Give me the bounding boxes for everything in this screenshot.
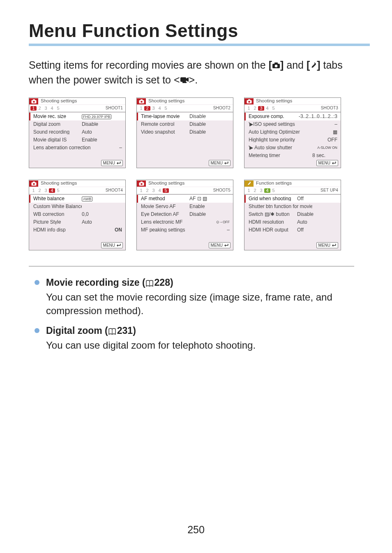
menu-tab[interactable]: 1 [30, 106, 37, 111]
menu-tab-row: 12345SHOOT4 [29, 187, 125, 194]
menu-tab[interactable]: 1 [138, 188, 144, 193]
menu-item-value: AWB [82, 196, 122, 201]
menu-item[interactable]: '▶ISO speed settings– [244, 120, 341, 128]
menu-item[interactable]: Digital zoomDisable [29, 120, 125, 128]
menu-item[interactable]: Auto Lighting Optimizer▦ [244, 128, 341, 136]
svg-rect-9 [141, 99, 143, 100]
menu-tab[interactable]: 3 [258, 106, 264, 111]
menu-item-value: Disable [189, 130, 230, 134]
menu-tab[interactable]: 4 [264, 188, 270, 193]
menu-tab[interactable]: 2 [252, 188, 258, 193]
menu-tab[interactable]: 4 [157, 188, 163, 193]
menu-item-value: ⊙→OFF [189, 220, 230, 224]
menu-item[interactable]: WB correction0,0 [29, 211, 125, 218]
menu-item[interactable]: AF methodAF ⊡ ▧ [137, 195, 233, 203]
menu-header: Shooting settings [29, 180, 125, 187]
menu-item[interactable]: Picture StyleAuto [29, 218, 125, 226]
menu-return-button[interactable]: MENU [209, 160, 231, 166]
menu-item[interactable]: Lens aberration correction– [29, 144, 125, 152]
menu-tab[interactable]: 1 [246, 106, 252, 111]
menu-panel: Shooting settings12345SHOOT3Exposure com… [244, 97, 341, 168]
menu-item-value: Disable [297, 212, 337, 217]
menu-item-value: FHD 29.97P IPB [82, 114, 122, 119]
menu-return-label: MENU [318, 243, 330, 248]
menu-tab[interactable]: 5 [270, 106, 277, 111]
menu-panel: Shooting settings12345SHOOT1Movie rec. s… [29, 97, 126, 168]
menu-tab[interactable]: 5 [163, 188, 169, 193]
svg-point-13 [248, 101, 250, 103]
camera-icon [272, 58, 280, 72]
menu-tab[interactable]: 4 [49, 188, 55, 193]
menu-item-value: -3..2..1..0..1..2..:3 [297, 114, 337, 119]
menu-return-label: MENU [103, 243, 115, 248]
menu-item[interactable]: '▶ Auto slow shutterA-SLOW ON [244, 144, 341, 152]
menu-tab[interactable]: 2 [37, 106, 43, 111]
menu-item[interactable]: Eye Detection AFDisable [137, 211, 233, 218]
menu-tab[interactable]: 4 [49, 106, 55, 111]
menu-item[interactable]: Movie Servo AFEnable [137, 203, 233, 211]
screenshots-grid: Shooting settings12345SHOOT1Movie rec. s… [29, 97, 367, 250]
svg-rect-15 [33, 181, 35, 183]
divider-rule [29, 266, 354, 266]
intro-text-end: >. [189, 74, 198, 86]
menu-item-list: AF methodAF ⊡ ▧Movie Servo AFEnableEye D… [137, 194, 233, 242]
intro-text-mid: and [286, 59, 307, 71]
menu-tab[interactable]: 5 [270, 188, 277, 193]
menu-item[interactable]: Metering timer8 sec. [244, 152, 341, 160]
menu-return-button[interactable]: MENU [101, 242, 123, 248]
menu-tab[interactable]: 3 [150, 106, 157, 111]
menu-item-key: Grid when shooting [249, 196, 297, 201]
menu-tab[interactable]: 3 [43, 106, 49, 111]
menu-item[interactable]: Grid when shootingOff [244, 195, 341, 203]
description-list: Movie recording size (228)You can set th… [29, 277, 357, 352]
menu-item[interactable]: Exposure comp.-3..2..1..0..1..2..:3 [244, 113, 341, 120]
menu-item[interactable]: Custom White Balance [29, 203, 125, 211]
menu-item[interactable]: White balanceAWB [29, 195, 125, 203]
menu-item-value: Disable [82, 122, 122, 127]
menu-item[interactable]: HDMI HDR outputOff [244, 226, 341, 234]
menu-tab[interactable]: 1 [30, 188, 37, 193]
menu-tab[interactable]: 5 [55, 106, 61, 111]
menu-tab[interactable]: 4 [157, 106, 163, 111]
menu-item[interactable]: Lens electronic MF⊙→OFF [137, 218, 233, 226]
menu-tab[interactable]: 5 [163, 106, 169, 111]
menu-tab[interactable]: 2 [37, 188, 43, 193]
menu-return-button[interactable]: MENU [316, 160, 338, 166]
camera-chip-icon [29, 180, 38, 187]
menu-item[interactable]: Switch ▤/✱ buttonDisable [244, 211, 341, 218]
menu-item[interactable]: MF peaking settings– [137, 226, 233, 234]
svg-rect-1 [274, 62, 278, 64]
menu-tab[interactable]: 2 [144, 106, 150, 111]
menu-tab[interactable]: 1 [246, 188, 252, 193]
menu-tab[interactable]: 3 [43, 188, 49, 193]
menu-item[interactable]: Video snapshotDisable [137, 128, 233, 136]
menu-tab[interactable]: 5 [55, 188, 61, 193]
page-ref-icon [108, 326, 116, 338]
menu-item[interactable]: HDMI resolutionAuto [244, 218, 341, 226]
menu-tab[interactable]: 1 [138, 106, 144, 111]
menu-tab[interactable]: 2 [252, 106, 258, 111]
menu-tab[interactable]: 4 [264, 106, 270, 111]
menu-item[interactable]: Movie digital ISEnable [29, 136, 125, 144]
page-number: 250 [0, 524, 392, 536]
menu-item[interactable]: HDMI info dispON [29, 226, 125, 234]
menu-item-value: AF ⊡ ▧ [189, 196, 230, 201]
menu-return-button[interactable]: MENU [316, 242, 338, 248]
menu-tab[interactable]: 2 [144, 188, 150, 193]
menu-item[interactable]: Highlight tone priorityOFF [244, 136, 341, 144]
menu-return-button[interactable]: MENU [209, 242, 231, 248]
svg-rect-12 [248, 99, 250, 100]
menu-item-value: – [97, 145, 122, 150]
menu-item-value: A-SLOW ON [312, 146, 337, 150]
menu-tab[interactable]: 3 [150, 188, 157, 193]
menu-item[interactable]: Sound recordingAuto [29, 128, 125, 136]
menu-item[interactable]: Movie rec. sizeFHD 29.97P IPB [29, 113, 125, 120]
menu-item[interactable]: Shutter btn function for movies [244, 203, 341, 211]
menu-panel: Shooting settings12345SHOOT5AF methodAF … [136, 180, 233, 250]
menu-return-button[interactable]: MENU [101, 160, 123, 166]
svg-point-2 [275, 65, 278, 67]
menu-item-list: White balanceAWBCustom White BalanceWB c… [29, 194, 125, 242]
menu-item[interactable]: Time-lapse movieDisable [137, 113, 233, 120]
menu-item[interactable]: Remote controlDisable [137, 120, 233, 128]
menu-tab[interactable]: 3 [258, 188, 264, 193]
